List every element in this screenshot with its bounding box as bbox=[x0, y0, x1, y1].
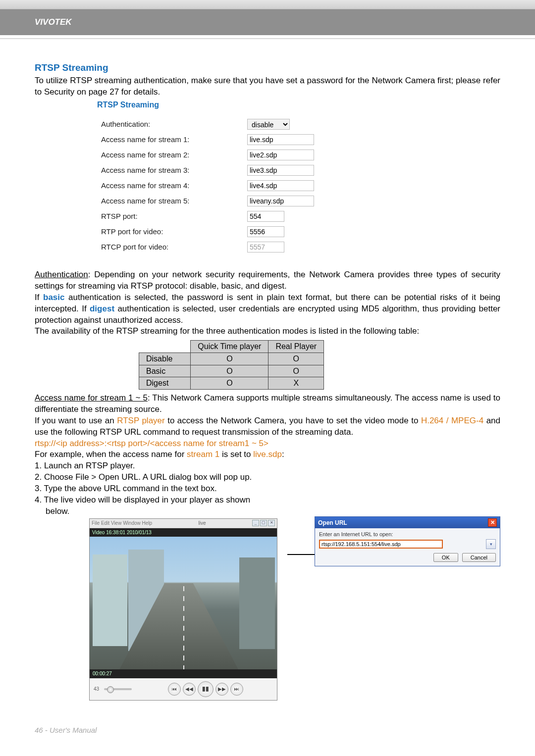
player-menu-text: File Edit View Window Help bbox=[92, 520, 152, 527]
digest-word: digest bbox=[90, 304, 114, 313]
stream2-label: Access name for stream 2: bbox=[97, 150, 247, 160]
dialog-close-button[interactable]: ✕ bbox=[488, 518, 497, 527]
th-quicktime: Quick Time player bbox=[191, 341, 268, 353]
stream2-input[interactable] bbox=[247, 150, 314, 160]
dialog-dropdown-button[interactable]: ▾ bbox=[486, 539, 496, 549]
dialog-ok-button[interactable]: OK bbox=[433, 553, 458, 562]
pause-button[interactable]: ▮▮ bbox=[198, 681, 214, 697]
auth-lead: Authentication bbox=[35, 270, 88, 279]
close-icon[interactable]: ✕ bbox=[268, 520, 275, 526]
step-2: 2. Choose File > Open URL. A URL dialog … bbox=[35, 472, 500, 483]
step-4b: below. bbox=[35, 506, 307, 517]
volume-value: 43 bbox=[94, 686, 99, 693]
example-line: For example, when the access name for st… bbox=[35, 449, 500, 460]
cell-disable-qt: O bbox=[191, 353, 268, 365]
stream3-label: Access name for stream 3: bbox=[97, 165, 247, 175]
maximize-icon[interactable]: ▢ bbox=[260, 520, 267, 526]
dialog-url-input[interactable] bbox=[319, 540, 443, 549]
player-controls: 43 ⏮ ◀◀ ▮▮ ▶▶ ⏭ bbox=[90, 678, 277, 700]
page-top-border bbox=[0, 0, 535, 9]
rewind-button[interactable]: ◀◀ bbox=[183, 683, 196, 696]
section-intro: To utilize RTSP streaming authentication… bbox=[35, 75, 500, 98]
dialog-prompt: Enter an Internet URL to open: bbox=[319, 531, 496, 537]
stream5-label: Access name for stream 5: bbox=[97, 196, 247, 206]
auth-paragraph-3: The availability of the RTSP streaming f… bbox=[35, 326, 500, 337]
row-disable: Disable bbox=[139, 353, 191, 365]
cell-basic-qt: O bbox=[191, 365, 268, 377]
auth-label: Authentication: bbox=[97, 119, 247, 129]
row-digest: Digest bbox=[139, 377, 191, 390]
rtp-port-input[interactable] bbox=[247, 226, 284, 237]
auth-paragraph-1: Authentication: Depending on your networ… bbox=[35, 269, 500, 292]
stream1-input[interactable] bbox=[247, 134, 314, 145]
ex-b: stream 1 bbox=[187, 450, 219, 459]
skip-fwd-button[interactable]: ⏭ bbox=[230, 683, 243, 696]
ex-d: live.sdp bbox=[253, 450, 282, 459]
cell-basic-rp: O bbox=[268, 365, 324, 377]
video-time: 00:00:27 bbox=[90, 669, 277, 678]
video-frame bbox=[90, 537, 277, 669]
cell-digest-rp: X bbox=[268, 377, 324, 390]
step-3: 3. Type the above URL command in the tex… bbox=[35, 483, 500, 495]
stream4-label: Access name for stream 4: bbox=[97, 181, 247, 191]
header-underline bbox=[0, 35, 535, 39]
page-footer: 46 - User's Manual bbox=[35, 726, 97, 734]
rtcp-port-input[interactable] bbox=[247, 242, 284, 252]
codec-word: H.264 / MPEG-4 bbox=[421, 416, 483, 425]
rtsp-port-input[interactable] bbox=[247, 211, 284, 222]
access-p2a: If you want to use an bbox=[35, 416, 117, 425]
auth-p1: : Depending on your network security req… bbox=[35, 270, 500, 291]
cell-disable-rp: O bbox=[268, 353, 324, 365]
form-legend: RTSP Streaming bbox=[94, 100, 162, 110]
rtp-port-label: RTP port for video: bbox=[97, 227, 247, 237]
basic-word: basic bbox=[43, 293, 64, 302]
page-header: VIVOTEK bbox=[0, 9, 535, 35]
rtsp-player-word: RTSP player bbox=[117, 416, 165, 425]
access-paragraph-1: Access name for stream 1 ~ 5: This Netwo… bbox=[35, 393, 500, 415]
rtsp-form-box: RTSP Streaming Authentication: disable A… bbox=[87, 104, 436, 264]
volume-slider[interactable] bbox=[104, 688, 132, 690]
skip-back-button[interactable]: ⏮ bbox=[168, 683, 181, 696]
dialog-cancel-button[interactable]: Cancel bbox=[462, 553, 496, 562]
step-1: 1. Launch an RTSP player. bbox=[35, 460, 500, 472]
open-url-dialog: Open URL ✕ Enter an Internet URL to open… bbox=[315, 516, 500, 566]
rtsp-port-label: RTSP port: bbox=[97, 211, 247, 221]
video-overlay-text: Video 16:38:01 2010/01/13 bbox=[90, 528, 277, 537]
forward-button[interactable]: ▶▶ bbox=[215, 683, 228, 696]
ex-a: For example, when the access name for bbox=[35, 450, 187, 459]
stream5-input[interactable] bbox=[247, 196, 314, 206]
rtcp-port-label: RTCP port for video: bbox=[97, 242, 247, 252]
cell-digest-qt: O bbox=[191, 377, 268, 390]
stream3-input[interactable] bbox=[247, 165, 314, 176]
section-title: RTSP Streaming bbox=[35, 61, 500, 74]
dialog-title-text: Open URL bbox=[318, 519, 347, 526]
auth-paragraph-2: If basic authentication is selected, the… bbox=[35, 292, 500, 326]
dialog-titlebar: Open URL ✕ bbox=[315, 517, 500, 528]
access-lead: Access name for stream 1 ~ 5 bbox=[35, 393, 148, 403]
stream1-label: Access name for stream 1: bbox=[97, 135, 247, 145]
ex-c: is set to bbox=[219, 450, 253, 459]
url-template: rtsp://<ip address>:<rtsp port>/<access … bbox=[35, 438, 500, 450]
availability-table: Quick Time player Real Player Disable O … bbox=[139, 340, 324, 389]
player-titlebar: File Edit View Window Help live _ ▢ ✕ bbox=[90, 519, 277, 528]
video-player: File Edit View Window Help live _ ▢ ✕ Vi… bbox=[89, 518, 277, 701]
brand-text: VIVOTEK bbox=[35, 17, 72, 27]
minimize-icon[interactable]: _ bbox=[252, 520, 259, 526]
player-title: live bbox=[152, 520, 252, 527]
stream4-input[interactable] bbox=[247, 180, 314, 191]
auth-p2a: If bbox=[35, 293, 43, 302]
step-4a: 4. The live video will be displayed in y… bbox=[35, 495, 307, 506]
th-realplayer: Real Player bbox=[268, 341, 324, 353]
row-basic: Basic bbox=[139, 365, 191, 377]
auth-select[interactable]: disable bbox=[247, 119, 290, 130]
access-p2c: to access the Network Camera, you have t… bbox=[165, 416, 421, 425]
access-paragraph-2: If you want to use an RTSP player to acc… bbox=[35, 415, 500, 438]
ex-e: : bbox=[282, 450, 284, 459]
